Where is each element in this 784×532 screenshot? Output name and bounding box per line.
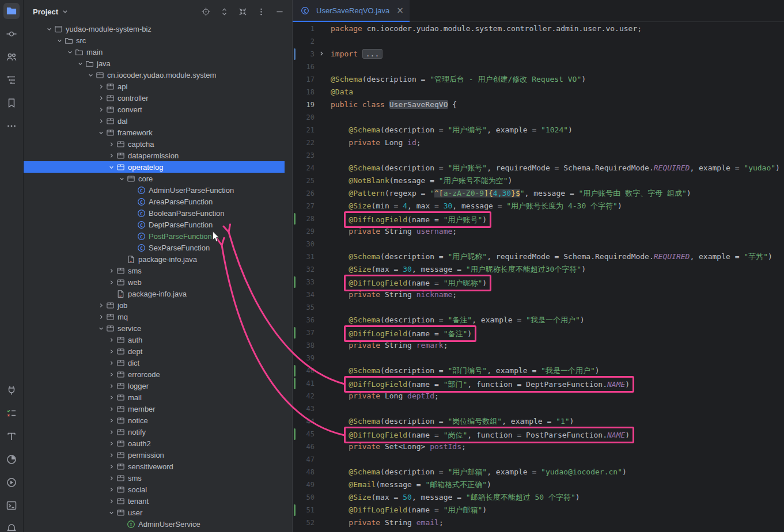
gutter[interactable]: 36 bbox=[293, 314, 326, 326]
gutter[interactable]: 24 bbox=[293, 162, 326, 174]
tree-item-user[interactable]: user bbox=[24, 507, 292, 518]
gutter[interactable]: 35 bbox=[293, 301, 326, 314]
gutter[interactable]: 19 bbox=[293, 98, 326, 111]
translation-tool-button[interactable] bbox=[3, 428, 20, 444]
code-line-24[interactable]: 24 @Schema(description = "用户账号", require… bbox=[293, 162, 784, 174]
gutter[interactable]: 29 bbox=[293, 225, 326, 238]
tree-item-dept[interactable]: dept bbox=[24, 345, 292, 357]
chevron-right-icon[interactable] bbox=[107, 462, 116, 471]
chevron-right-icon[interactable] bbox=[107, 496, 116, 506]
chevron-right-icon[interactable] bbox=[107, 151, 116, 160]
tree-item-framework[interactable]: framework bbox=[24, 127, 292, 138]
code-line-49[interactable]: 49 @Email(message = "邮箱格式不正确") bbox=[293, 478, 784, 491]
tree-item-oauth2[interactable]: oauth2 bbox=[24, 438, 292, 449]
code-line-2[interactable]: 2 bbox=[293, 35, 784, 48]
chevron-right-icon[interactable] bbox=[107, 266, 116, 275]
chevron-right-icon[interactable] bbox=[107, 404, 116, 413]
gutter[interactable]: 21 bbox=[293, 124, 326, 136]
tree-item-cn.iocoder.yudao.module.system[interactable]: cn.iocoder.yudao.module.system bbox=[24, 69, 292, 81]
code-line-1[interactable]: 1package cn.iocoder.yudao.module.system.… bbox=[293, 22, 784, 35]
code-line-28[interactable]: 28 @DiffLogField(name = "用户账号") bbox=[293, 212, 784, 225]
chevron-right-icon[interactable] bbox=[107, 358, 116, 367]
bookmarks-tool-button[interactable] bbox=[3, 95, 20, 111]
gutter[interactable]: 27 bbox=[293, 200, 326, 212]
code-line-21[interactable]: 21 @Schema(description = "用户编号", example… bbox=[293, 124, 784, 136]
gutter[interactable]: 31 bbox=[293, 250, 326, 263]
chevron-right-icon[interactable] bbox=[96, 82, 105, 91]
code-line-25[interactable]: 25 @NotBlank(message = "用户账号不能为空") bbox=[293, 174, 784, 187]
chevron-right-icon[interactable] bbox=[107, 485, 116, 494]
code-line-36[interactable]: 36 @Schema(description = "备注", example =… bbox=[293, 314, 784, 326]
gutter[interactable]: 33 bbox=[293, 276, 326, 288]
gutter[interactable]: 28 bbox=[293, 212, 326, 225]
tree-item-sms[interactable]: sms bbox=[24, 472, 292, 484]
chevron-right-icon[interactable] bbox=[107, 335, 116, 344]
tree-item-job[interactable]: job bbox=[24, 299, 292, 311]
tree-item-logger[interactable]: logger bbox=[24, 380, 292, 392]
code-line-39[interactable]: 39 bbox=[293, 352, 784, 364]
gutter[interactable]: 51 bbox=[293, 504, 326, 516]
chevron-right-icon[interactable] bbox=[96, 116, 105, 126]
code-line-50[interactable]: 50 @Size(max = 50, message = "邮箱长度不能超过 5… bbox=[293, 491, 784, 504]
code-line-27[interactable]: 27 @Size(min = 4, max = 30, message = "用… bbox=[293, 200, 784, 212]
options-button[interactable] bbox=[254, 5, 268, 18]
tree-item-mq[interactable]: mq bbox=[24, 311, 292, 322]
code-line-19[interactable]: 19public class UserSaveReqVO { bbox=[293, 98, 784, 111]
code-line-37[interactable]: 37 @DiffLogField(name = "备注") bbox=[293, 326, 784, 339]
tree-item-PostParseFunction[interactable]: CPostParseFunction bbox=[24, 230, 292, 242]
code-line-33[interactable]: 33 @DiffLogField(name = "用户昵称") bbox=[293, 276, 784, 288]
code-line-18[interactable]: 18@Data bbox=[293, 86, 784, 98]
gutter[interactable]: 39 bbox=[293, 352, 326, 364]
gutter[interactable]: 2 bbox=[293, 35, 326, 48]
gutter[interactable]: 44 bbox=[293, 415, 326, 428]
gutter[interactable]: 52 bbox=[293, 516, 326, 529]
chevron-down-icon[interactable] bbox=[117, 174, 126, 183]
notifications-tool-button[interactable] bbox=[3, 520, 20, 532]
tree-item-AdminUserService[interactable]: IAdminUserService bbox=[24, 518, 292, 530]
chevron-right-icon[interactable] bbox=[96, 105, 105, 114]
chevron-right-icon[interactable] bbox=[107, 347, 116, 356]
tree-item-package-info.java[interactable]: package-info.java bbox=[24, 288, 292, 299]
tree-item-tenant[interactable]: tenant bbox=[24, 495, 292, 507]
code-line-30[interactable]: 30 bbox=[293, 238, 784, 250]
problems-tool-button[interactable] bbox=[3, 405, 20, 421]
code-line-40[interactable]: 40 @Schema(description = "部门编号", example… bbox=[293, 364, 784, 377]
tree-item-AdminUserParseFunction[interactable]: CAdminUserParseFunction bbox=[24, 184, 292, 196]
chevron-down-icon[interactable] bbox=[96, 324, 105, 333]
chevron-right-icon[interactable] bbox=[107, 393, 116, 402]
code-line-26[interactable]: 26 @Pattern(regexp = "^[a-zA-Z0-9]{4,30}… bbox=[293, 187, 784, 200]
tree-item-BooleanParseFunction[interactable]: CBooleanParseFunction bbox=[24, 207, 292, 219]
code-line-32[interactable]: 32 @Size(max = 30, message = "用户昵称长度不能超过… bbox=[293, 263, 784, 276]
chevron-right-icon[interactable] bbox=[96, 93, 105, 102]
structure-tool-button[interactable] bbox=[3, 72, 20, 88]
chevron-down-icon[interactable] bbox=[107, 162, 116, 172]
tree-item-errorcode[interactable]: errorcode bbox=[24, 368, 292, 380]
code-line-31[interactable]: 31 @Schema(description = "用户昵称", require… bbox=[293, 250, 784, 263]
chevron-right-icon[interactable] bbox=[107, 473, 116, 482]
tree-item-dal[interactable]: dal bbox=[24, 115, 292, 127]
gutter[interactable]: 17 bbox=[293, 73, 326, 86]
chevron-down-icon[interactable] bbox=[55, 36, 64, 45]
code-line-23[interactable]: 23 bbox=[293, 149, 784, 162]
commit-tool-button[interactable] bbox=[3, 26, 20, 42]
tree-item-service[interactable]: service bbox=[24, 322, 292, 334]
expand-all-button[interactable] bbox=[217, 5, 231, 18]
tree-item-captcha[interactable]: captcha bbox=[24, 138, 292, 150]
tree-item-member[interactable]: member bbox=[24, 403, 292, 415]
project-tool-button[interactable] bbox=[3, 3, 20, 19]
chevron-right-icon[interactable] bbox=[107, 450, 116, 459]
locate-file-button[interactable] bbox=[199, 5, 213, 18]
code-line-47[interactable]: 47 bbox=[293, 453, 784, 466]
tree-item-src[interactable]: src bbox=[24, 35, 292, 46]
gutter[interactable]: 49 bbox=[293, 478, 326, 491]
code-line-45[interactable]: 45 @DiffLogField(name = "岗位", function =… bbox=[293, 428, 784, 440]
profiler-tool-button[interactable] bbox=[3, 451, 20, 468]
gutter[interactable]: 47 bbox=[293, 453, 326, 466]
tree-item-mail[interactable]: mail bbox=[24, 392, 292, 403]
tree-item-api[interactable]: api bbox=[24, 81, 292, 92]
tree-item-convert[interactable]: convert bbox=[24, 104, 292, 115]
gutter[interactable]: 48 bbox=[293, 466, 326, 478]
gutter[interactable]: 43 bbox=[293, 402, 326, 415]
chevron-right-icon[interactable] bbox=[107, 139, 116, 149]
tree-item-auth[interactable]: auth bbox=[24, 334, 292, 345]
